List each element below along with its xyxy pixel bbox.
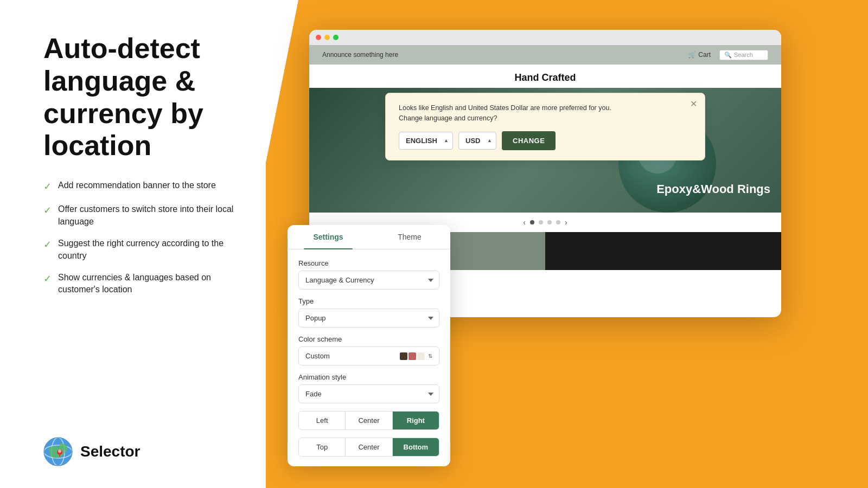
announce-text: Announce something here: [322, 51, 398, 59]
animation-label: Animation style: [298, 373, 439, 381]
popup-actions: ENGLISH USD CHANGE: [399, 131, 692, 150]
horizontal-position-row: Left Center Right: [298, 411, 439, 430]
search-placeholder: Search: [734, 52, 753, 58]
hero-title: Epoxy&Wood Rings: [656, 182, 770, 196]
store-header-right: 🛒 Cart 🔍 Search: [688, 50, 768, 60]
color-scheme-value: Custom: [299, 347, 395, 365]
search-icon: 🔍: [724, 52, 732, 59]
feature-text-1: Add recommendation banner to the store: [58, 179, 216, 191]
feature-item-1: ✓ Add recommendation banner to the store: [43, 179, 239, 194]
svg-point-5: [58, 450, 61, 453]
headline: Auto-detect language & currency by locat…: [43, 33, 239, 162]
browser-bar: [309, 30, 781, 45]
currency-select-wrap: USD: [458, 132, 496, 150]
swatch-red: [409, 352, 416, 360]
browser-close-dot: [316, 35, 321, 40]
type-field: Type Popup: [298, 297, 439, 328]
right-panel: Announce something here 🛒 Cart 🔍 Search …: [266, 0, 868, 488]
thumb-2: [545, 232, 781, 270]
swatch-light: [417, 352, 425, 360]
color-scheme-field: Color scheme Custom ⇅: [298, 335, 439, 365]
browser-maximize-dot: [333, 35, 339, 40]
hero-dot-4[interactable]: [556, 220, 560, 224]
brand: Selector: [43, 437, 239, 466]
globe-icon: [43, 437, 73, 466]
resource-field: Resource Language & Currency: [298, 259, 439, 290]
tab-theme[interactable]: Theme: [369, 225, 450, 249]
browser-minimize-dot: [324, 35, 330, 40]
brand-name: Selector: [80, 443, 141, 460]
left-panel: Auto-detect language & currency by locat…: [0, 0, 266, 488]
popup-close-button[interactable]: ✕: [690, 99, 697, 109]
feature-text-2: Offer customers to switch store into the…: [58, 203, 239, 228]
pos-left-button[interactable]: Left: [299, 412, 346, 429]
feature-text-4: Show currencies & languages based on cus…: [58, 272, 239, 296]
store-search[interactable]: 🔍 Search: [719, 50, 768, 60]
check-icon-3: ✓: [43, 238, 52, 252]
language-select-wrap: ENGLISH: [399, 132, 453, 150]
pos-top-button[interactable]: Top: [299, 438, 346, 456]
left-content: Auto-detect language & currency by locat…: [43, 33, 239, 296]
color-scheme-row: Custom ⇅: [298, 346, 439, 365]
store-title: Hand Crafted: [309, 65, 781, 88]
animation-field: Animation style Fade: [298, 373, 439, 403]
currency-select[interactable]: USD: [458, 132, 496, 150]
hero-dot-1[interactable]: [530, 220, 534, 224]
hero-next-arrow[interactable]: ›: [565, 218, 567, 227]
color-label: Color scheme: [298, 335, 439, 343]
check-icon-4: ✓: [43, 272, 52, 286]
pos-center-h-button[interactable]: Center: [346, 412, 392, 429]
popup-message: Looks like English and United States Dol…: [399, 103, 627, 124]
feature-item-3: ✓ Suggest the right currency according t…: [43, 237, 239, 262]
settings-body: Resource Language & Currency Type Popup …: [288, 249, 450, 466]
color-scheme-arrow[interactable]: ⇅: [426, 353, 435, 359]
cart-icon: 🛒: [688, 51, 696, 59]
hero-dot-3[interactable]: [547, 220, 552, 224]
hero-prev-arrow[interactable]: ‹: [523, 218, 526, 227]
color-swatches: ⇅: [395, 352, 439, 360]
resource-label: Resource: [298, 259, 439, 267]
pos-bottom-button[interactable]: Bottom: [393, 438, 439, 456]
cart-label: Cart: [698, 51, 711, 59]
store-header: Announce something here 🛒 Cart 🔍 Search: [309, 45, 781, 65]
change-button[interactable]: CHANGE: [502, 131, 556, 150]
check-icon-2: ✓: [43, 204, 52, 217]
feature-item-4: ✓ Show currencies & languages based on c…: [43, 272, 239, 296]
language-select[interactable]: ENGLISH: [399, 132, 453, 150]
pos-right-button[interactable]: Right: [393, 412, 439, 429]
feature-item-2: ✓ Offer customers to switch store into t…: [43, 203, 239, 228]
type-select[interactable]: Popup: [298, 309, 439, 328]
check-icon-1: ✓: [43, 180, 52, 194]
feature-text-3: Suggest the right currency according to …: [58, 237, 239, 262]
language-popup: ✕ Looks like English and United States D…: [385, 93, 705, 160]
settings-tabs: Settings Theme: [288, 225, 450, 249]
settings-panel: Settings Theme Resource Language & Curre…: [288, 225, 450, 466]
vertical-position-row: Top Center Bottom: [298, 438, 439, 457]
cart-button[interactable]: 🛒 Cart: [688, 51, 711, 59]
animation-select[interactable]: Fade: [298, 384, 439, 403]
feature-list: ✓ Add recommendation banner to the store…: [43, 179, 239, 296]
hero-dot-2[interactable]: [539, 220, 543, 224]
resource-select[interactable]: Language & Currency: [298, 271, 439, 290]
tab-settings[interactable]: Settings: [288, 225, 369, 249]
pos-center-v-button[interactable]: Center: [346, 438, 392, 456]
swatch-dark: [400, 352, 407, 360]
type-label: Type: [298, 297, 439, 305]
